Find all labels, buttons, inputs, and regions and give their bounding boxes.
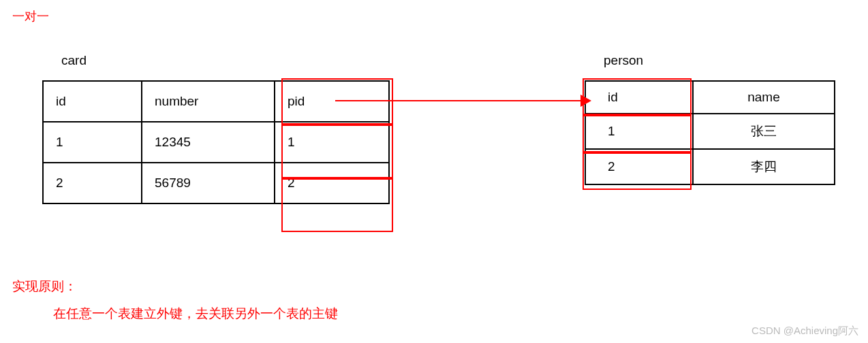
card-cell: 56789 (142, 163, 275, 203)
table-row: 2 李四 (585, 149, 835, 184)
card-table: id number pid 1 12345 1 2 56789 2 (42, 80, 390, 204)
card-cell: 1 (275, 122, 389, 163)
person-table: id name 1 张三 2 李四 (585, 80, 835, 185)
person-cell: 李四 (693, 149, 835, 184)
person-table-label: person (604, 53, 643, 68)
card-header-pid: pid (275, 81, 389, 122)
person-cell: 1 (585, 114, 693, 149)
table-row: 2 56789 2 (43, 163, 389, 203)
card-header-number: number (142, 81, 275, 122)
relation-arrow-head-icon (580, 95, 591, 107)
person-header-name: name (693, 81, 835, 114)
table-row: 1 张三 (585, 114, 835, 149)
card-table-label: card (61, 53, 87, 68)
table-header-row: id number pid (43, 81, 389, 122)
card-header-id: id (43, 81, 142, 122)
principle-text: 在任意一个表建立外键，去关联另外一个表的主键 (53, 305, 338, 323)
card-cell: 1 (43, 122, 142, 163)
card-cell: 12345 (142, 122, 275, 163)
person-cell: 张三 (693, 114, 835, 149)
card-cell: 2 (275, 163, 389, 203)
person-header-id: id (585, 81, 693, 114)
relation-arrow-line (335, 100, 583, 101)
card-cell: 2 (43, 163, 142, 203)
diagram-title: 一对一 (12, 8, 49, 24)
principle-label: 实现原则： (12, 278, 77, 295)
watermark: CSDN @Achieving阿六 (751, 325, 858, 338)
person-cell: 2 (585, 149, 693, 184)
table-row: 1 12345 1 (43, 122, 389, 163)
table-header-row: id name (585, 81, 835, 114)
